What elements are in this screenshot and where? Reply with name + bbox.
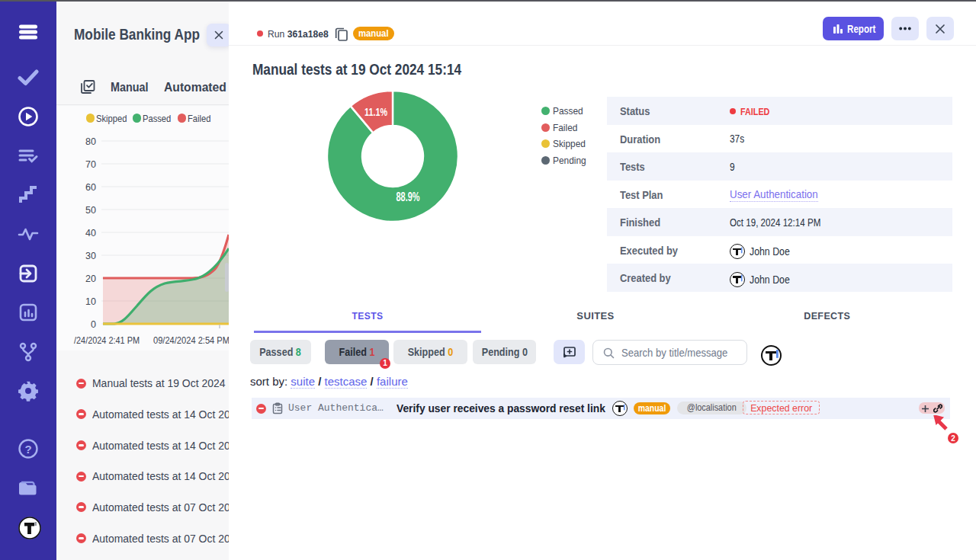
svg-text:40: 40 xyxy=(85,228,96,238)
svg-text:2: 2 xyxy=(951,434,955,443)
svg-text:70: 70 xyxy=(85,159,96,170)
svg-text:30: 30 xyxy=(85,251,96,261)
svg-text:/24/2024 2:41 PM: /24/2024 2:41 PM xyxy=(74,334,140,346)
svg-text:?: ? xyxy=(24,443,31,456)
svg-text:10: 10 xyxy=(85,296,96,307)
svg-text:0: 0 xyxy=(91,319,96,330)
svg-text:09/24/2024 2:54 PM: 09/24/2024 2:54 PM xyxy=(153,334,229,346)
svg-text:88.9%: 88.9% xyxy=(396,190,419,203)
svg-text:60: 60 xyxy=(85,182,96,193)
svg-text:50: 50 xyxy=(85,205,96,216)
svg-text:11.1%: 11.1% xyxy=(364,105,387,118)
svg-text:80: 80 xyxy=(85,136,96,147)
svg-text:20: 20 xyxy=(85,274,96,284)
